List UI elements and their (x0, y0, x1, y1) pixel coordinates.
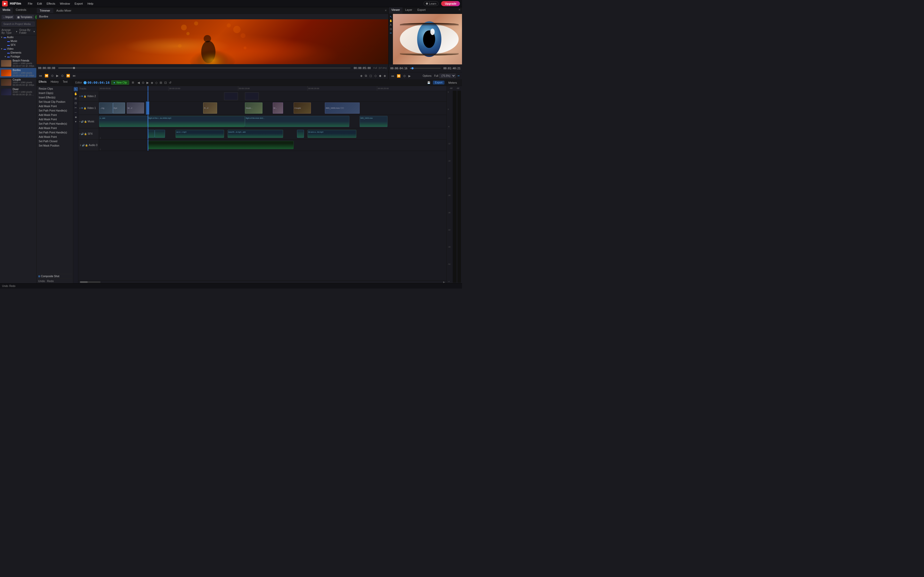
ruler-content[interactable]: 00:00:05:00 00:00:10:00 00:00:15:00 00:0… (99, 86, 446, 91)
media-item-diver[interactable]: Diver 2048 × 1080 pixels 00:00:05:00 @ 2… (0, 87, 36, 97)
effect-set-path-1[interactable]: Set Path Point Handle(s) (37, 108, 73, 113)
bottom-undo[interactable]: Undo (2, 285, 8, 287)
tree-footage[interactable]: ▾ ▬ Footage (0, 55, 36, 58)
media-item-bonfire[interactable]: Bonfire 1920 × 1080 pixels 00:00:05:00 @… (0, 68, 36, 77)
clip-prev[interactable]: ◀ (137, 81, 141, 85)
music-clip-2[interactable]: flight-of-the-inner-bird... (245, 116, 349, 127)
clip-in[interactable]: ◈ (150, 81, 154, 85)
media-item-beach-friends[interactable]: Beach Friends 1920 × 1080 pixels 00:00:0… (0, 58, 36, 68)
tree-elements[interactable]: ▬ Elements (0, 51, 36, 55)
track-collapse-audio3[interactable]: ⏸ (79, 144, 82, 147)
trimmer-marker[interactable]: ◈ (383, 73, 387, 78)
track-eye-audio3[interactable]: 🔊 (82, 144, 85, 147)
clip-fwd[interactable]: ▶ (146, 81, 150, 85)
trim-step-fwd[interactable]: ⏩ (66, 73, 71, 78)
viewer-timeline-bar[interactable] (410, 68, 441, 69)
effect-add-mask-4[interactable]: Add Mask Point (37, 126, 73, 131)
tab-trimmer[interactable]: Trimmer (37, 8, 53, 13)
composite-shot-label[interactable]: Composite Shot (41, 275, 59, 278)
trim-set-in[interactable]: ⊙ (50, 73, 54, 78)
media-item-couple[interactable]: Couple 1920 × 1080 pixels 00:00:05:00 @ … (0, 77, 36, 87)
trim-skip-start[interactable]: ⏮ (38, 73, 43, 78)
viewer-play[interactable]: ▶ (408, 74, 412, 78)
track-content-video1[interactable]: ...ing Eye W...2 R...2 Skatir... M... Co… (99, 102, 446, 114)
viewer-text-tool[interactable]: A (389, 23, 392, 27)
track-collapse-video2[interactable]: ▾ (79, 95, 81, 98)
clip-loop[interactable]: ↺ (168, 81, 172, 85)
tool-select[interactable]: ↖ (74, 87, 78, 91)
effect-set-mask-pos[interactable]: Set Mask Position (37, 143, 73, 148)
scrollbar-track[interactable] (80, 281, 100, 283)
redo-button[interactable]: Redo (47, 279, 53, 282)
trim-set-out[interactable]: ⊙ (60, 73, 65, 78)
viewer-close[interactable]: ✕ (457, 7, 462, 14)
tree-audio[interactable]: ▾ ▬ Audio (0, 35, 36, 39)
track-lock-music[interactable]: 🔒 (84, 120, 87, 123)
track-lock-audio3[interactable]: 🔒 (85, 144, 88, 147)
track-eye-video1[interactable]: 👁 (81, 107, 83, 110)
viewer-color-picker[interactable]: ✏ (457, 74, 460, 78)
import-button[interactable]: ↓ Import (2, 15, 15, 19)
track-content-audio3[interactable]: ♫ (99, 140, 446, 151)
clip-out[interactable]: ◇ (154, 81, 158, 85)
v1-clip-couple[interactable]: Couple (294, 103, 311, 114)
track-eye-video2[interactable]: 👁 (81, 95, 83, 98)
trimmer-mute[interactable]: ◆ (378, 73, 382, 78)
effect-add-mask-5[interactable]: Add Mask Point (37, 135, 73, 139)
tool-razor[interactable]: ✂ (74, 106, 78, 110)
menu-effects[interactable]: Effects (45, 1, 57, 6)
timeline-scrollbar[interactable]: ▶ (78, 280, 446, 283)
clip-link[interactable]: ⊡ (163, 81, 168, 85)
trimmer-snap[interactable]: ◈ (359, 73, 363, 78)
menu-file[interactable]: File (26, 1, 34, 6)
search-input[interactable] (2, 22, 35, 27)
effect-set-visual-clip[interactable]: Set Visual Clip Position (37, 100, 73, 104)
effect-set-path-2[interactable]: Set Path Point Handle(s) (37, 122, 73, 126)
viewer-zoom-select[interactable]: (75.5%) (439, 74, 456, 78)
tab-layer[interactable]: Layer (402, 7, 415, 14)
track-lock-video1[interactable]: 🔒 (84, 107, 86, 110)
upgrade-button[interactable]: Upgrade (441, 1, 460, 6)
track-lock-sfx[interactable]: 🔒 (84, 133, 87, 135)
tree-music[interactable]: ▬ Music (0, 39, 36, 43)
tab-export[interactable]: Export (415, 7, 428, 14)
viewer-step-back[interactable]: ⏪ (396, 74, 401, 78)
sfx-clip-2[interactable]: beach5...st.mp3...ade (228, 130, 283, 137)
viewer-select-tool[interactable]: ↖ (389, 15, 392, 18)
v1-clip-0[interactable]: ...ing (99, 103, 113, 114)
clip-snap[interactable]: ⊞ (159, 81, 163, 85)
effect-add-mask-3[interactable]: Add Mask Point (37, 117, 73, 122)
scrollbar-thumb[interactable] (80, 281, 88, 283)
undo-button[interactable]: Undo (38, 279, 45, 282)
clip-next[interactable]: ⊙ (141, 81, 145, 85)
viewer-hand-tool[interactable]: ✋ (389, 19, 393, 23)
bottom-redo[interactable]: Redo (9, 285, 16, 287)
viewer-skip-start[interactable]: ⏮ (390, 74, 395, 78)
trimmer-lock[interactable]: ◻ (369, 73, 373, 78)
trim-skip-end[interactable]: ⏭ (72, 73, 77, 78)
music-clip-0[interactable]: o...ade (99, 116, 148, 127)
music-clip-1[interactable]: flight-of-the-i...lux Artlist.mp3 (148, 116, 245, 127)
audio3-clip[interactable] (148, 141, 294, 149)
effect-add-mask-1[interactable]: Add Mask Point (37, 104, 73, 108)
tool-hand[interactable]: ✋ (74, 92, 78, 96)
menu-help[interactable]: Help (85, 1, 95, 6)
track-collapse-sfx[interactable]: ▾ (79, 133, 81, 135)
track-content-video2[interactable] (99, 91, 446, 101)
effect-set-path-3[interactable]: Set Path Point Handle(s) (37, 131, 73, 135)
viewer-crop-tool[interactable]: ⊡ (389, 27, 392, 31)
viewer-full-label[interactable]: Full (434, 74, 438, 77)
v1-clip-5[interactable]: M... (273, 103, 283, 114)
viewer-options-btn[interactable]: Options (423, 74, 431, 77)
effect-insert-effects[interactable]: Insert Effect(s) (37, 95, 73, 100)
menu-export[interactable]: Export (73, 1, 85, 6)
v2-clip-2[interactable] (245, 92, 259, 100)
track-content-music[interactable]: o...ade flight-of-the-i...lux Artlist.mp… (99, 115, 446, 128)
track-lock-video2[interactable]: 🔒 (84, 95, 86, 98)
v1-clip-3[interactable]: R...2 (203, 103, 217, 114)
sfx-icon-2[interactable] (155, 130, 165, 137)
v1-clip-1[interactable]: Eye (113, 103, 125, 114)
trimmer-full-label[interactable]: Full (373, 67, 377, 69)
tab-text[interactable]: Text (61, 79, 69, 86)
music-clip-3[interactable]: IMG_0403.mov (360, 116, 388, 127)
